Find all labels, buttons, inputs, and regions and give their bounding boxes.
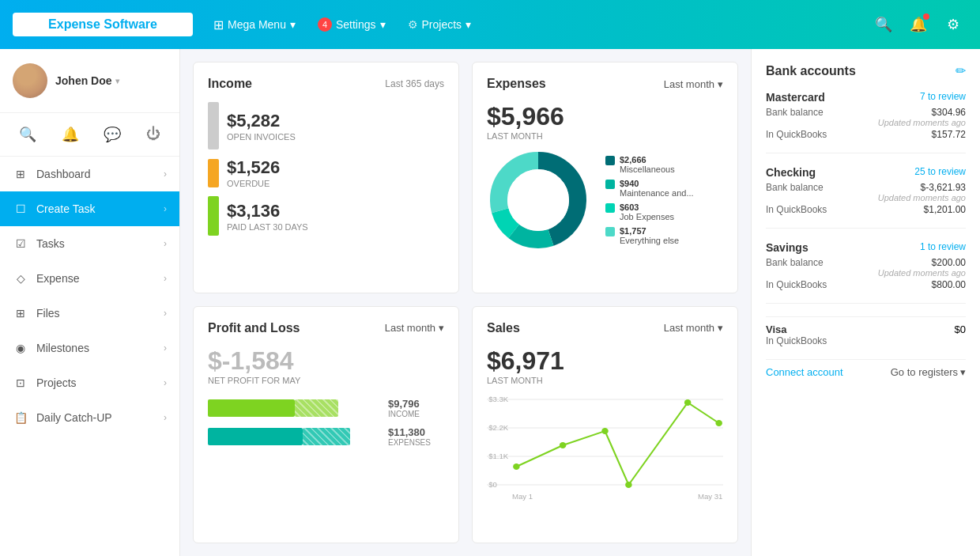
milestones-icon: ◉ [13,340,28,356]
mastercard-updated: Updated moments ago [878,118,966,127]
sidebar-bell-icon[interactable]: 🔔 [58,123,82,146]
legend-job-label: Job Expenses [620,212,674,221]
sidebar-item-files[interactable]: ⊞ Files › [0,296,179,331]
milestones-arrow: › [164,342,167,354]
mastercard-review[interactable]: 7 to review [920,91,966,104]
income-paid-label: PAID LAST 30 DAYS [227,222,308,232]
create-task-icon: ☐ [13,201,28,217]
income-bar-overdue: $1,526 OVERDUE [208,157,444,188]
svg-point-17 [625,482,632,488]
bank-panel-header: Bank accounts ✏ [766,63,966,78]
bank-account-mastercard: Mastercard 7 to review Bank balance $304… [766,91,966,153]
sidebar-label-tasks: Tasks [36,237,156,250]
search-button[interactable]: 🔍 [869,10,898,39]
mastercard-qb: $157.72 [932,129,966,140]
pnl-income-amount: $9,796 [388,398,420,410]
savings-balance-row: Bank balance $200.00 Updated moments ago [766,257,966,278]
pnl-expenses-type: EXPENSES [388,438,431,447]
bank-edit-icon[interactable]: ✏ [956,63,966,78]
daily-catchup-arrow: › [164,412,167,423]
income-card: Income Last 365 days $5,282 OPEN INVOICE… [193,62,459,293]
legend-everything-color [605,227,615,236]
checking-header: Checking 25 to review [766,166,966,179]
projects-nav[interactable]: ⚙ Projects ▾ [400,13,480,36]
sidebar-item-dashboard[interactable]: ⊞ Dashboard › [0,157,179,191]
settings-gear-button[interactable]: ⚙ [939,10,967,39]
legend-everything-label: Everything else [620,236,679,245]
bank-account-checking: Checking 25 to review Bank balance $-3,6… [766,166,966,229]
expenses-legend: $2,666 Miscellaneous $940 Maintenance an… [605,155,694,245]
checking-review[interactable]: 25 to review [914,166,966,179]
sidebar-chat-icon[interactable]: 💬 [100,123,124,146]
top-navigation: Expense Software ⊞ Mega Menu ▾ 4 Setting… [0,0,980,49]
sidebar-item-tasks[interactable]: ☑ Tasks › [0,226,179,261]
mastercard-qb-row: In QuickBooks $157.72 [766,129,966,140]
dashboard-grid: Income Last 365 days $5,282 OPEN INVOICE… [180,49,751,556]
sidebar-power-icon[interactable]: ⏻ [143,123,164,146]
sidebar-navigation: ⊞ Dashboard › ☐ Create Task › ☑ Tasks › … [0,157,179,556]
sales-card: Sales Last month ▾ $6,971 LAST MONTH [472,306,738,544]
pnl-title: Profit and Loss [208,321,300,335]
income-bar-paid: $3,136 PAID LAST 30 DAYS [208,196,444,236]
income-bar-open: $5,282 OPEN INVOICES [208,102,444,149]
mega-menu-nav[interactable]: ⊞ Mega Menu ▾ [205,13,303,37]
sidebar: Johen Doe ▾ 🔍 🔔 💬 ⏻ ⊞ Dashboard › ☐ Crea… [0,49,180,556]
bank-title: Bank accounts [766,64,856,78]
legend-maintenance-label: Maintenance and... [620,188,694,198]
sidebar-item-milestones[interactable]: ◉ Milestones › [0,331,179,365]
user-profile-section: Johen Doe ▾ [0,49,179,113]
expenses-title: Expenses [487,77,546,91]
settings-nav[interactable]: 4 Settings ▾ [310,13,394,36]
sidebar-item-expense[interactable]: ◇ Expense › [0,261,179,296]
legend-job-amount: $603 [620,202,674,212]
projects-sidebar-icon: ⊡ [13,375,28,391]
dashboard-icon: ⊞ [13,166,28,182]
projects-arrow: › [164,377,167,388]
sidebar-item-create-task[interactable]: ☐ Create Task › [0,191,179,226]
sidebar-item-daily-catchup[interactable]: 📋 Daily Catch-UP › [0,400,179,435]
legend-job: $603 Job Expenses [605,202,694,221]
sales-title: Sales [487,321,520,335]
connect-account-link[interactable]: Connect account [766,366,843,378]
mastercard-name: Mastercard [766,91,825,104]
bank-account-visa: Visa In QuickBooks $0 [766,316,966,353]
checking-qb-label: In QuickBooks [766,204,827,215]
legend-everything: $1,757 Everything else [605,226,694,245]
savings-header: Savings 1 to review [766,241,966,254]
income-title: Income [208,77,252,91]
savings-updated: Updated moments ago [878,268,966,278]
sidebar-label-milestones: Milestones [36,342,156,354]
checking-name: Checking [766,166,816,179]
legend-maintenance-color [605,180,615,189]
notifications-button[interactable]: 🔔 [904,10,933,39]
pnl-label: NET PROFIT FOR MAY [208,376,444,385]
income-open-amount: $5,282 [227,111,296,131]
app-brand: Expense Software [13,13,193,36]
sales-period-dropdown[interactable]: Last month ▾ [664,322,723,334]
pnl-expenses-amount: $11,380 [388,426,431,438]
expenses-period-dropdown[interactable]: Last month ▾ [664,78,723,90]
sidebar-label-dashboard: Dashboard [36,168,156,180]
sidebar-item-projects[interactable]: ⊡ Projects › [0,365,179,400]
income-card-header: Income Last 365 days [208,77,444,91]
settings-label: Settings [336,18,376,31]
files-icon: ⊞ [13,305,28,321]
svg-text:May 1: May 1 [512,493,533,501]
projects-label: Projects [422,18,462,31]
checking-updated: Updated moments ago [878,193,966,202]
visa-name: Visa [766,323,827,335]
savings-review[interactable]: 1 to review [920,241,966,254]
pnl-amount: $-1,584 [208,346,444,376]
legend-job-color [605,203,615,213]
pnl-income-bar: $9,796 INCOME [208,398,444,418]
sales-total: $6,971 [487,346,723,376]
svg-point-15 [560,442,567,448]
settings-chevron: ▾ [380,18,386,31]
legend-misc-color [605,156,615,165]
go-registers-link[interactable]: Go to registers ▾ [891,366,966,378]
username: Johen Doe ▾ [55,74,119,87]
savings-balance-label: Bank balance [766,257,824,278]
pnl-expenses-bar: $11,380 EXPENSES [208,426,444,447]
pnl-period-dropdown[interactable]: Last month ▾ [385,322,444,334]
sidebar-search-icon[interactable]: 🔍 [16,123,40,146]
